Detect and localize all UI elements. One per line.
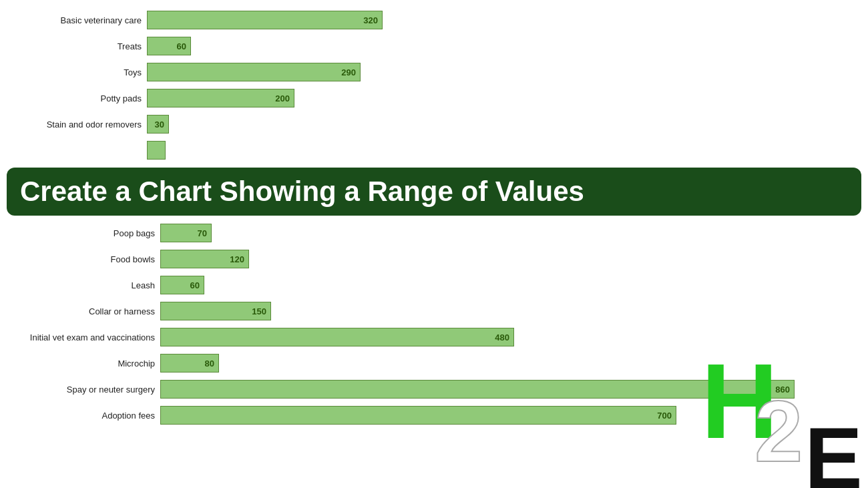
bar-wrap [147, 141, 868, 160]
bar: 80 [160, 354, 219, 373]
bar-label: Basic veterinary care [0, 15, 147, 25]
bar: 70 [160, 224, 212, 242]
bar-label: Stain and odor removers [0, 119, 147, 130]
bar-label: Collar or harness [0, 306, 160, 316]
bar-row [0, 139, 868, 162]
bar-label: Potty pads [0, 93, 147, 103]
bar-row: Food bowls120 [0, 248, 868, 270]
bar-wrap: 290 [147, 63, 868, 81]
bar-label: Adoption fees [0, 411, 160, 421]
logo-container: H 2 E [701, 348, 855, 481]
bar-label: Initial vet exam and vaccinations [0, 332, 160, 342]
bar-row: Potty pads200 [0, 87, 868, 109]
bar: 290 [147, 63, 361, 81]
bar-label: Toys [0, 67, 147, 77]
banner: Create a Chart Showing a Range of Values [7, 168, 861, 216]
bar: 700 [160, 406, 676, 425]
bar-row: Collar or harness150 [0, 300, 868, 322]
bar-label: Leash [0, 280, 160, 290]
bar-label: Poop bags [0, 228, 160, 238]
bar: 320 [147, 11, 383, 29]
banner-text: Create a Chart Showing a Range of Values [20, 176, 584, 208]
bar-label: Microchip [0, 358, 160, 369]
bar-wrap: 60 [160, 276, 868, 294]
bar-wrap: 320 [147, 11, 868, 29]
logo-e: E [805, 415, 863, 488]
bar-row: Treats60 [0, 35, 868, 57]
bar: 60 [160, 276, 204, 294]
bar-row: Stain and odor removers30 [0, 113, 868, 136]
bar-wrap: 200 [147, 89, 868, 107]
bar-label: Food bowls [0, 254, 160, 264]
bar: 150 [160, 302, 271, 320]
bar: 200 [147, 89, 294, 107]
bar: 60 [147, 37, 191, 55]
bar [147, 141, 166, 160]
bar-wrap: 70 [160, 224, 868, 242]
bar-row: Poop bags70 [0, 222, 868, 244]
bar-wrap: 30 [147, 115, 868, 134]
bar: 480 [160, 328, 514, 346]
bar-wrap: 120 [160, 250, 868, 268]
bar: 30 [147, 115, 169, 134]
bar-wrap: 150 [160, 302, 868, 320]
bar-row: Toys290 [0, 61, 868, 83]
logo-2: 2 [754, 388, 803, 475]
bar: 860 [160, 380, 795, 399]
bar-row: Leash60 [0, 274, 868, 296]
bar-row: Basic veterinary care320 [0, 9, 868, 31]
bar-label: Spay or neuter surgery [0, 385, 160, 395]
bar: 120 [160, 250, 249, 268]
top-chart: Basic veterinary care320Treats60Toys290P… [0, 0, 868, 168]
bar-label: Treats [0, 41, 147, 51]
bar-wrap: 60 [147, 37, 868, 55]
chart-container: Basic veterinary care320Treats60Toys290P… [0, 0, 868, 488]
